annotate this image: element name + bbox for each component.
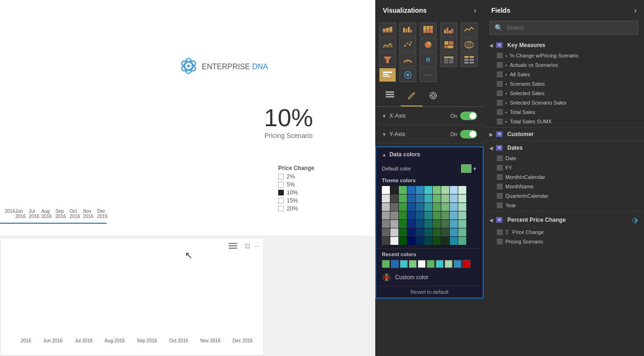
field-item-total-sales[interactable]: ▪ Total Sales (484, 107, 644, 117)
palette-cell[interactable] (441, 194, 449, 202)
field-item-selected-scenario-sales[interactable]: ▪ Selected Scenario Sales (484, 98, 644, 107)
x-axis-chevron[interactable]: ▼ (382, 113, 387, 119)
palette-cell[interactable] (382, 237, 390, 245)
palette-cell[interactable] (433, 194, 441, 202)
palette-cell[interactable] (450, 211, 458, 219)
palette-cell[interactable] (450, 186, 458, 194)
color-swatch-button[interactable]: ▼ (461, 164, 477, 173)
checkbox-quarter[interactable] (497, 193, 503, 199)
field-item-price-change[interactable]: Σ Price Change (484, 227, 644, 237)
viz-icon-kpi[interactable] (379, 68, 396, 82)
checkbox-total-sales[interactable] (497, 109, 503, 115)
viz-panel-chevron-icon[interactable]: › (474, 7, 476, 14)
palette-cell[interactable] (390, 220, 398, 228)
y-axis-chevron[interactable]: ▼ (382, 132, 387, 137)
field-group-header-customer[interactable]: ▶ ⊞ Customer (484, 129, 644, 140)
palette-cell[interactable] (433, 228, 441, 236)
recent-palette-cell[interactable] (418, 260, 426, 268)
palette-cell[interactable] (424, 186, 432, 194)
recent-palette-cell[interactable] (382, 260, 390, 268)
viz-icon-more[interactable]: ··· (420, 68, 437, 82)
checkbox-all-sales[interactable] (497, 72, 503, 77)
field-item-month-in-cal[interactable]: MonthInCalendar (484, 172, 644, 182)
palette-cell[interactable] (390, 237, 398, 245)
palette-cell[interactable] (407, 228, 415, 236)
viz-icon-matrix[interactable] (461, 53, 478, 67)
palette-cell[interactable] (382, 220, 390, 228)
palette-cell[interactable] (433, 211, 441, 219)
palette-cell[interactable] (416, 211, 424, 219)
palette-cell[interactable] (382, 211, 390, 219)
field-item-actuals[interactable]: ▪ Actuals vs Scenarios (484, 60, 644, 70)
search-input[interactable] (506, 24, 633, 31)
data-colors-chevron[interactable]: ▲ (382, 152, 387, 157)
palette-cell[interactable] (433, 237, 441, 245)
recent-palette-cell[interactable] (409, 260, 417, 268)
checkbox-total-sales-sumx[interactable] (497, 119, 503, 124)
chart-focus-icon[interactable]: ⊡ (245, 242, 250, 250)
viz-icon-area-chart[interactable] (379, 38, 396, 52)
palette-cell[interactable] (399, 220, 407, 228)
field-group-header-key-measures[interactable]: ◀ ⊞ Key Measures (484, 40, 644, 51)
viz-icon-treemap[interactable] (440, 38, 457, 52)
viz-icon-clustered-bar[interactable] (399, 23, 416, 37)
palette-cell[interactable] (390, 186, 398, 194)
palette-cell[interactable] (441, 237, 449, 245)
palette-cell[interactable] (433, 186, 441, 194)
custom-color-row[interactable]: Custom color (376, 270, 483, 286)
viz-icon-funnel[interactable] (379, 53, 396, 67)
recent-palette-cell[interactable] (462, 260, 471, 268)
viz-icon-globe[interactable] (399, 68, 416, 82)
field-item-pct-change[interactable]: ▪ % Change w/Pricing Scenario (484, 51, 644, 60)
palette-cell[interactable] (433, 220, 441, 228)
palette-cell[interactable] (399, 211, 407, 219)
recent-palette-cell[interactable] (436, 260, 444, 268)
palette-cell[interactable] (458, 211, 466, 219)
fields-panel-chevron-icon[interactable]: › (634, 7, 636, 14)
palette-cell[interactable] (390, 211, 398, 219)
palette-cell[interactable] (390, 194, 398, 202)
checkbox-month-in-cal[interactable] (497, 174, 503, 180)
palette-cell[interactable] (399, 186, 407, 194)
field-item-scenario-sales[interactable]: ▪ Scenario Sales (484, 79, 644, 89)
palette-cell[interactable] (399, 194, 407, 202)
y-axis-toggle[interactable] (460, 130, 477, 138)
palette-cell[interactable] (407, 194, 415, 202)
checkbox-price-change[interactable] (497, 229, 503, 235)
palette-cell[interactable] (441, 220, 449, 228)
viz-tab-format[interactable] (401, 88, 422, 106)
field-group-header-pct-price-change[interactable]: ◀ ⊞ Percent Price Change ⬗ (484, 212, 644, 227)
palette-cell[interactable] (424, 237, 432, 245)
field-item-month-name[interactable]: MonthName (484, 182, 644, 191)
field-item-selected-sales[interactable]: ▪ Selected Sales (484, 89, 644, 98)
palette-cell[interactable] (382, 194, 390, 202)
checkbox-selected-sales[interactable] (497, 90, 503, 96)
palette-cell[interactable] (424, 203, 432, 211)
palette-cell[interactable] (450, 194, 458, 202)
palette-cell[interactable] (416, 203, 424, 211)
viz-icon-table[interactable] (440, 53, 457, 67)
viz-icon-stacked-bar-100[interactable] (420, 23, 437, 37)
field-item-pricing-scenario[interactable]: Pricing Scenario (484, 237, 644, 246)
palette-cell[interactable] (407, 211, 415, 219)
palette-cell[interactable] (441, 186, 449, 194)
recent-palette-cell[interactable] (445, 260, 453, 268)
checkbox-year[interactable] (497, 202, 503, 208)
palette-cell[interactable] (441, 211, 449, 219)
field-item-all-sales[interactable]: ▪ All Sales (484, 70, 644, 79)
recent-palette-cell[interactable] (391, 260, 399, 268)
field-item-quarter[interactable]: QuarterInCalendar (484, 191, 644, 201)
field-group-header-dates[interactable]: ◀ ⊞ Dates (484, 142, 644, 154)
recent-palette-cell[interactable] (427, 260, 435, 268)
recent-palette-cell[interactable] (454, 260, 462, 268)
palette-cell[interactable] (450, 203, 458, 211)
checkbox-actuals[interactable] (497, 62, 503, 68)
palette-cell[interactable] (390, 203, 398, 211)
palette-cell[interactable] (450, 228, 458, 236)
palette-cell[interactable] (458, 203, 466, 211)
palette-cell[interactable] (458, 194, 466, 202)
chart-more-options[interactable]: ··· (254, 242, 260, 250)
palette-cell[interactable] (450, 237, 458, 245)
viz-tab-fields[interactable] (379, 88, 401, 106)
palette-cell[interactable] (424, 220, 432, 228)
